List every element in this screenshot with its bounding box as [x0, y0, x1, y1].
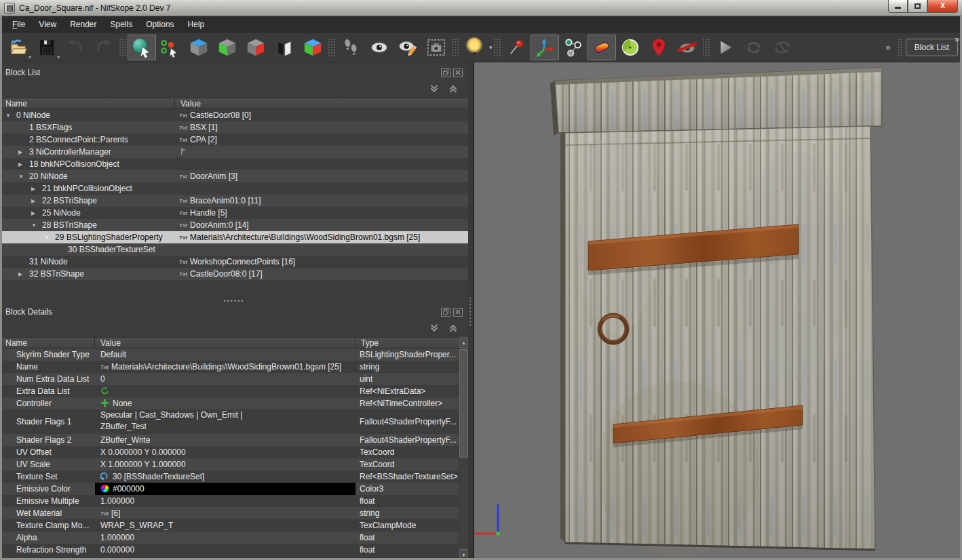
block-list-row-3[interactable]: ▶3 NiControllerManager	[0, 146, 468, 158]
dock-resize-splitter[interactable]	[468, 62, 473, 560]
lighting-button[interactable]	[460, 35, 488, 60]
block-list-row-29[interactable]: ▼29 BSLightingShaderPropertyTxtMaterials…	[0, 231, 468, 243]
toolbar-drag-handle[interactable]	[898, 38, 903, 57]
menu-spells[interactable]: Spells	[104, 17, 140, 32]
block-list-row-22[interactable]: ▶22 BSTriShapeTxtBraceAnim01:0 [11]	[0, 195, 468, 207]
title-bar[interactable]: Ca_Door_Square.nif - NifSkope 2.0 Dev 7 …	[0, 0, 962, 16]
block-list-row-18[interactable]: ▶18 bhkNPCollisionObject	[0, 158, 468, 170]
detail-row-alpha[interactable]: Alpha1.000000float	[0, 532, 459, 544]
open-file-button[interactable]: ▾	[4, 35, 33, 60]
hide-hidden-button[interactable]	[673, 35, 701, 60]
collapse-all-icon[interactable]	[429, 323, 441, 334]
block-list-row-2[interactable]: 2 BSConnectPoint::ParentsTxtCPA [2]	[0, 134, 468, 146]
scroll-down-icon[interactable]: ▼	[459, 549, 468, 560]
block-list-row-31[interactable]: 31 NiNodeTxtWorkshopConnectPoints [16]	[0, 256, 468, 268]
visibility-button[interactable]	[365, 35, 393, 60]
detail-row-uv-scale[interactable]: UV ScaleX 1.000000 Y 1.000000TexCoord	[0, 458, 459, 471]
detail-row-emissive-multiple[interactable]: Emissive Multiple1.000000float	[0, 495, 459, 507]
block-list-row-1[interactable]: 1 BSXFlagsTxtBSX [1]	[0, 121, 468, 134]
detail-row-name[interactable]: NameTxtMaterials\Architecture\Buildings\…	[0, 361, 459, 373]
expander-closed-icon[interactable]: ▶	[18, 146, 29, 158]
block-list-row-0[interactable]: ▼0 NiNodeTxtCastleDoor08 [0]	[0, 109, 468, 121]
view-front-button[interactable]	[213, 35, 242, 60]
toolbar-corner-overflow-icon[interactable]: »	[955, 35, 959, 44]
switch-animation-button[interactable]	[768, 35, 796, 60]
maximize-button[interactable]	[908, 0, 927, 13]
save-file-button[interactable]: ▾	[33, 35, 61, 60]
edit-visibility-button[interactable]	[393, 35, 422, 60]
block-details-header[interactable]: Name Value Type	[0, 337, 459, 348]
view-perspective-button[interactable]	[299, 35, 327, 60]
block-list-row-28[interactable]: ▼28 BSTriShapeTxtDoorAnim:0 [14]	[0, 219, 468, 231]
detail-row-wet-material[interactable]: Wet MaterialTxt[6]string	[0, 507, 459, 519]
show-nodes-button[interactable]	[559, 35, 588, 60]
expander-closed-icon[interactable]: ▶	[18, 268, 29, 280]
expand-all-icon[interactable]	[448, 323, 460, 334]
detail-row-refraction-strength[interactable]: Refraction Strength0.000000float	[0, 544, 459, 556]
dropdown-caret-icon[interactable]: ▾	[57, 54, 60, 60]
menu-file[interactable]: File	[5, 17, 32, 32]
screenshot-button[interactable]	[422, 35, 450, 60]
show-axes-button[interactable]	[531, 35, 559, 60]
lighting-dropdown-caret-icon[interactable]: ▾	[489, 44, 493, 51]
scroll-up-icon[interactable]: ▲	[459, 337, 468, 348]
detail-row-texture-set[interactable]: Texture Set30 [BSShaderTextureSet]Ref<BS…	[0, 471, 459, 483]
select-object-button[interactable]	[128, 35, 156, 60]
undo-button[interactable]	[61, 35, 90, 60]
block-list-row-25[interactable]: ▶25 NiNodeTxtHandle [5]	[0, 207, 468, 219]
expander-open-icon[interactable]: ▼	[44, 232, 55, 243]
expander-open-icon[interactable]: ▼	[5, 110, 16, 121]
detail-row-shader-flags-1[interactable]: Shader Flags 1Specular | Cast_Shadows | …	[0, 409, 459, 434]
minimize-button[interactable]	[888, 0, 908, 13]
detail-row-shader-flags-2[interactable]: Shader Flags 2ZBuffer_WriteFallout4Shade…	[0, 434, 459, 446]
scrollbar-thumb[interactable]	[459, 349, 468, 458]
block-list-row-20[interactable]: ▼20 NiNodeTxtDoorAnim [3]	[0, 170, 468, 182]
close-panel-icon[interactable]	[453, 308, 463, 317]
play-animation-button[interactable]	[711, 35, 739, 60]
select-vertex-button[interactable]	[156, 35, 185, 60]
animation-clock-button[interactable]	[616, 35, 644, 60]
menu-view[interactable]: View	[32, 17, 63, 32]
menu-render[interactable]: Render	[63, 17, 103, 32]
detail-row-skyrim-shader-type[interactable]: Skyrim Shader TypeDefaultBSLightingShade…	[0, 348, 459, 361]
bone-weights-button[interactable]	[588, 35, 616, 60]
detail-row-extra-data-list[interactable]: Extra Data ListRef<NiExtraData>	[0, 385, 459, 397]
block-list-row-30[interactable]: 30 BSShaderTextureSet	[0, 243, 468, 256]
block-list-row-21[interactable]: ▶21 bhkNPCollisionObject	[0, 182, 468, 195]
view-side-button[interactable]	[242, 35, 270, 60]
float-panel-icon[interactable]	[441, 308, 450, 317]
collapse-all-icon[interactable]	[429, 83, 441, 94]
expander-closed-icon[interactable]: ▶	[31, 183, 42, 195]
pin-selection-button[interactable]	[502, 35, 531, 60]
expander-open-icon[interactable]: ▼	[31, 220, 42, 231]
toolbar-overflow-icon[interactable]: »	[881, 42, 894, 52]
menu-help[interactable]: Help	[181, 17, 212, 32]
details-scrollbar[interactable]: ▲ ▼	[459, 337, 468, 560]
expand-all-icon[interactable]	[448, 83, 460, 94]
block-list-header[interactable]: Name Value	[0, 98, 468, 109]
detail-row-texture-clamp-mo[interactable]: Texture Clamp Mo...WRAP_S_WRAP_TTexClamp…	[0, 519, 459, 532]
viewport-3d[interactable]	[473, 62, 962, 560]
view-top-button[interactable]	[185, 35, 213, 60]
flip-view-button[interactable]	[270, 35, 299, 60]
close-panel-icon[interactable]	[453, 68, 463, 77]
detail-row-num-extra-data-list[interactable]: Num Extra Data List0uint	[0, 373, 459, 385]
detail-row-emissive-color[interactable]: Emissive Color#000000Color3	[0, 483, 459, 495]
expander-open-icon[interactable]: ▼	[18, 171, 29, 182]
menu-options[interactable]: Options	[139, 17, 180, 32]
redo-button[interactable]	[90, 35, 118, 60]
close-button[interactable]: X	[927, 0, 958, 13]
expander-closed-icon[interactable]: ▶	[18, 159, 29, 170]
detail-row-uv-offset[interactable]: UV OffsetX 0.000000 Y 0.000000TexCoord	[0, 446, 459, 458]
dropdown-caret-icon[interactable]: ▾	[28, 54, 31, 60]
loop-animation-button[interactable]	[739, 35, 768, 60]
expander-closed-icon[interactable]: ▶	[31, 207, 42, 219]
float-panel-icon[interactable]	[441, 68, 450, 77]
block-list-toggle-button[interactable]: Block List	[906, 39, 958, 56]
detail-row-controller[interactable]: ControllerNoneRef<NiTimeController>	[0, 397, 459, 409]
show-markers-button[interactable]	[644, 35, 673, 60]
panel-splitter[interactable]: ••••••	[0, 298, 468, 304]
expander-closed-icon[interactable]: ▶	[31, 195, 42, 207]
walk-mode-button[interactable]	[336, 35, 365, 60]
block-list-row-32[interactable]: ▶32 BSTriShapeTxtCastleDoor08:0 [17]	[0, 268, 468, 280]
